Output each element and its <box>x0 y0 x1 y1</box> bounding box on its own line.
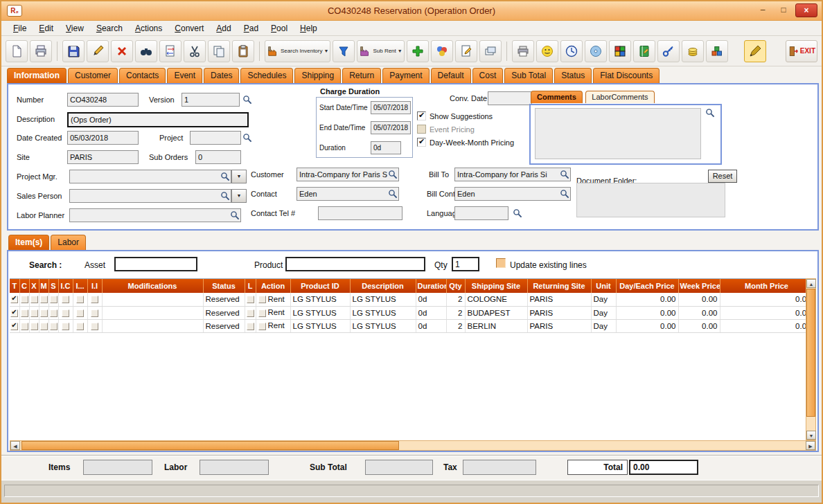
horizontal-scroll-thumb[interactable] <box>21 441 399 450</box>
row-checkbox-t[interactable] <box>10 309 18 317</box>
col-header[interactable]: Returning Site <box>527 279 591 293</box>
row-checkbox-l[interactable] <box>247 296 254 303</box>
tab-payment[interactable]: Payment <box>382 68 429 83</box>
col-header[interactable]: Day/Each Price <box>616 279 678 293</box>
col-header[interactable]: Product ID <box>290 279 350 293</box>
menu-pad[interactable]: Pad <box>238 22 265 35</box>
tab-labor[interactable]: Labor <box>51 235 86 250</box>
bill-to-search-icon[interactable] <box>560 170 569 179</box>
exit-button[interactable]: EXIT <box>786 40 817 62</box>
contact-cards-button[interactable] <box>479 40 502 62</box>
minimize-button[interactable]: – <box>754 3 772 17</box>
col-header[interactable]: T <box>10 279 19 293</box>
horizontal-scrollbar[interactable]: ◀ ▶ <box>10 440 816 451</box>
action-checkbox[interactable] <box>258 296 266 303</box>
delete-button[interactable] <box>111 40 133 62</box>
project-search-icon[interactable] <box>242 133 252 143</box>
tab-flat-discounts[interactable]: Flat Discounts <box>593 68 660 83</box>
row-checkbox-t[interactable] <box>10 323 18 330</box>
row-checkbox-c[interactable] <box>21 309 28 317</box>
row-checkbox-t[interactable] <box>10 296 18 303</box>
end-date-field[interactable] <box>371 121 411 134</box>
labor-planner-search-icon[interactable] <box>230 210 240 220</box>
table-row[interactable]: Reserved Rent LG STYLUS LG STYLUS 0d 2 B… <box>10 306 806 319</box>
row-checkbox-s[interactable] <box>50 323 57 330</box>
col-header[interactable]: I... <box>73 279 87 293</box>
sales-person-search-icon[interactable] <box>220 191 230 201</box>
version-field[interactable] <box>182 93 240 107</box>
smiley-button[interactable] <box>536 40 558 62</box>
bill-contact-search-icon[interactable] <box>560 189 569 199</box>
contact-field[interactable] <box>297 187 399 201</box>
scroll-right-icon[interactable]: ▶ <box>806 441 815 450</box>
date-created-field[interactable] <box>67 131 139 145</box>
number-field[interactable] <box>67 93 139 107</box>
menu-actions[interactable]: Actions <box>129 22 168 35</box>
menu-edit[interactable]: Edit <box>33 22 60 35</box>
tab-labor-comments[interactable]: LaborComments <box>585 91 654 103</box>
comments-search-icon[interactable] <box>705 108 715 118</box>
sub-orders-field[interactable] <box>195 150 241 164</box>
tab-information[interactable]: Information <box>7 68 67 83</box>
product-input[interactable] <box>285 257 425 271</box>
conv-date-field[interactable] <box>488 91 532 105</box>
project-field[interactable] <box>190 131 241 145</box>
menu-search[interactable]: Search <box>90 22 129 35</box>
cube-button[interactable] <box>609 40 631 62</box>
site-field[interactable] <box>67 150 139 164</box>
asset-input[interactable] <box>114 257 197 271</box>
row-checkbox-l[interactable] <box>247 323 254 330</box>
col-header[interactable]: L <box>245 279 256 293</box>
table-row[interactable]: Reserved Rent LG STYLUS LG STYLUS 0d 2 B… <box>10 319 806 332</box>
col-header[interactable]: Month Price <box>720 279 806 293</box>
col-header[interactable]: Unit <box>591 279 616 293</box>
menu-file[interactable]: File <box>7 22 33 35</box>
row-checkbox-ic[interactable] <box>62 296 69 303</box>
row-checkbox-i[interactable] <box>76 323 84 330</box>
language-search-icon[interactable] <box>513 208 522 218</box>
row-checkbox-m[interactable] <box>40 296 48 303</box>
row-checkbox-c[interactable] <box>21 296 28 303</box>
tab-sub-total[interactable]: Sub Total <box>504 68 553 83</box>
col-header[interactable]: C <box>19 279 29 293</box>
tab-comments[interactable]: Comments <box>531 91 583 103</box>
show-suggestions-checkbox[interactable] <box>417 111 426 120</box>
row-checkbox-s[interactable] <box>50 296 57 303</box>
tab-cost[interactable]: Cost <box>472 68 504 83</box>
comments-text-area[interactable] <box>535 108 701 159</box>
menu-convert[interactable]: Convert <box>168 22 210 35</box>
col-header[interactable]: Qty <box>446 279 465 293</box>
duration-field[interactable] <box>371 141 401 154</box>
col-header[interactable]: Description <box>350 279 416 293</box>
customer-search-icon[interactable] <box>388 170 398 179</box>
row-checkbox-s[interactable] <box>50 309 57 317</box>
tab-items[interactable]: Item(s) <box>8 235 49 250</box>
col-header[interactable]: I.C <box>58 279 73 293</box>
col-header[interactable]: Shipping Site <box>465 279 527 293</box>
new-order-button[interactable] <box>6 40 28 62</box>
col-header[interactable]: X <box>29 279 39 293</box>
key-button[interactable] <box>657 40 680 62</box>
sales-person-field[interactable] <box>69 189 231 203</box>
tab-customer[interactable]: Customer <box>68 68 118 83</box>
edit-note-button[interactable] <box>455 40 477 62</box>
wand-button[interactable] <box>744 40 766 62</box>
row-checkbox-l[interactable] <box>247 309 254 317</box>
scroll-up-icon[interactable]: ▲ <box>806 279 816 288</box>
menu-help[interactable]: Help <box>294 22 324 35</box>
filter-button[interactable] <box>333 40 355 62</box>
contact-search-icon[interactable] <box>388 189 398 199</box>
edit-button[interactable] <box>87 40 109 62</box>
description-field[interactable] <box>67 112 249 127</box>
chevron-down-icon[interactable]: ▼ <box>398 48 402 53</box>
col-header[interactable]: Modifications <box>102 279 203 293</box>
disc-button[interactable] <box>585 40 607 62</box>
sub-rent-button[interactable]: Sub Rent ▼ <box>357 40 404 62</box>
row-checkbox-ii[interactable] <box>91 323 98 330</box>
row-checkbox-ii[interactable] <box>91 309 98 317</box>
tab-event[interactable]: Event <box>167 68 202 83</box>
copy-button[interactable] <box>208 40 230 62</box>
language-field[interactable] <box>454 206 508 220</box>
row-checkbox-x[interactable] <box>30 323 38 330</box>
row-checkbox-m[interactable] <box>40 309 48 317</box>
